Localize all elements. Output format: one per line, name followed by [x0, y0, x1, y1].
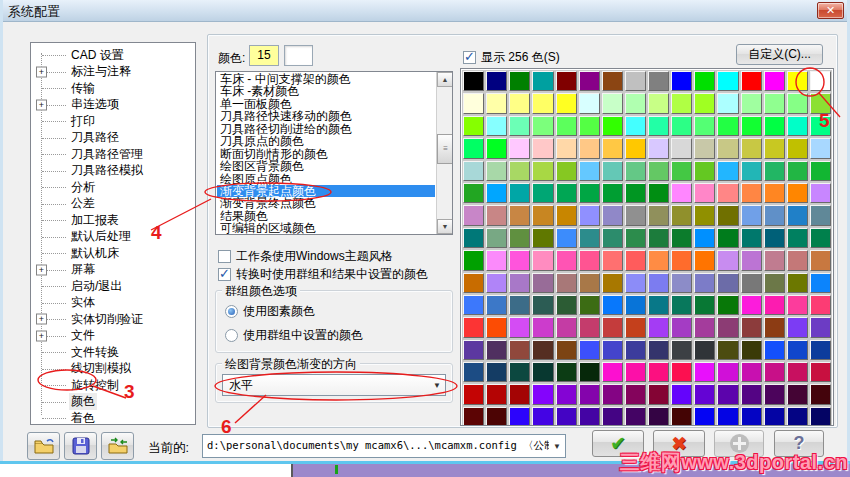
- palette-color-cell[interactable]: [579, 407, 600, 426]
- use-entity-color-option[interactable]: 使用图素颜色: [225, 303, 315, 320]
- palette-color-cell[interactable]: [671, 93, 692, 113]
- palette-color-cell[interactable]: [556, 228, 577, 248]
- palette-color-cell[interactable]: [532, 161, 553, 181]
- customize-button[interactable]: 自定义(C)...: [736, 44, 823, 65]
- palette-color-cell[interactable]: [486, 362, 507, 382]
- palette-color-cell[interactable]: [532, 93, 553, 113]
- palette-color-cell[interactable]: [486, 317, 507, 337]
- palette-color-cell[interactable]: [486, 228, 507, 248]
- scroll-down-icon[interactable]: ▼: [437, 219, 453, 234]
- palette-color-cell[interactable]: [625, 205, 646, 225]
- palette-color-cell[interactable]: [486, 205, 507, 225]
- palette-color-cell[interactable]: [625, 250, 646, 270]
- palette-color-cell[interactable]: [602, 317, 623, 337]
- palette-color-cell[interactable]: [509, 250, 530, 270]
- palette-color-cell[interactable]: [671, 273, 692, 293]
- palette-color-cell[interactable]: [717, 250, 738, 270]
- palette-color-cell[interactable]: [602, 138, 623, 158]
- palette-color-cell[interactable]: [463, 161, 484, 181]
- palette-color-cell[interactable]: [694, 407, 715, 426]
- palette-color-cell[interactable]: [741, 295, 762, 315]
- palette-color-cell[interactable]: [556, 183, 577, 203]
- palette-color-cell[interactable]: [486, 93, 507, 113]
- palette-color-cell[interactable]: [532, 71, 553, 91]
- palette-color-cell[interactable]: [764, 273, 785, 293]
- palette-color-cell[interactable]: [602, 384, 623, 404]
- palette-color-cell[interactable]: [625, 71, 646, 91]
- palette-color-cell[interactable]: [509, 161, 530, 181]
- palette-color-cell[interactable]: [602, 71, 623, 91]
- palette-color-cell[interactable]: [625, 116, 646, 136]
- palette-color-cell[interactable]: [787, 295, 808, 315]
- palette-color-cell[interactable]: [810, 407, 831, 426]
- palette-color-cell[interactable]: [648, 116, 669, 136]
- palette-color-cell[interactable]: [764, 362, 785, 382]
- palette-color-cell[interactable]: [694, 250, 715, 270]
- palette-color-cell[interactable]: [486, 71, 507, 91]
- palette-color-cell[interactable]: [579, 362, 600, 382]
- palette-color-cell[interactable]: [532, 340, 553, 360]
- palette-color-cell[interactable]: [787, 205, 808, 225]
- list-scrollbar[interactable]: ▲ ≡ ▼: [436, 72, 452, 234]
- palette-color-cell[interactable]: [764, 228, 785, 248]
- tree-item[interactable]: 刀具路径管理: [31, 146, 195, 163]
- palette-color-cell[interactable]: [648, 161, 669, 181]
- palette-color-cell[interactable]: [741, 273, 762, 293]
- palette-color-cell[interactable]: [717, 407, 738, 426]
- palette-color-cell[interactable]: [556, 71, 577, 91]
- palette-color-cell[interactable]: [463, 384, 484, 404]
- palette-color-cell[interactable]: [717, 384, 738, 404]
- palette-color-cell[interactable]: [741, 138, 762, 158]
- palette-color-cell[interactable]: [509, 340, 530, 360]
- scroll-up-icon[interactable]: ▲: [437, 72, 453, 87]
- list-item[interactable]: 刀具原点的颜色: [217, 135, 435, 147]
- palette-color-cell[interactable]: [717, 116, 738, 136]
- palette-color-cell[interactable]: [787, 250, 808, 270]
- palette-color-cell[interactable]: [741, 317, 762, 337]
- palette-color-cell[interactable]: [694, 138, 715, 158]
- palette-color-cell[interactable]: [717, 93, 738, 113]
- palette-color-cell[interactable]: [648, 71, 669, 91]
- convert-colors-checkbox[interactable]: [218, 268, 231, 281]
- palette-color-cell[interactable]: [532, 407, 553, 426]
- palette-color-cell[interactable]: [648, 362, 669, 382]
- palette-color-cell[interactable]: [486, 250, 507, 270]
- palette-color-cell[interactable]: [648, 317, 669, 337]
- palette-color-cell[interactable]: [717, 295, 738, 315]
- palette-color-cell[interactable]: [810, 250, 831, 270]
- palette-color-cell[interactable]: [486, 384, 507, 404]
- palette-color-cell[interactable]: [463, 273, 484, 293]
- tree-item[interactable]: 着色: [31, 410, 195, 425]
- palette-color-cell[interactable]: [741, 71, 762, 91]
- palette-color-cell[interactable]: [486, 183, 507, 203]
- palette-color-cell[interactable]: [579, 340, 600, 360]
- palette-color-cell[interactable]: [509, 317, 530, 337]
- palette-color-cell[interactable]: [556, 340, 577, 360]
- palette-color-cell[interactable]: [463, 295, 484, 315]
- palette-color-cell[interactable]: [532, 183, 553, 203]
- palette-color-cell[interactable]: [556, 138, 577, 158]
- palette-color-cell[interactable]: [648, 228, 669, 248]
- palette-color-cell[interactable]: [579, 295, 600, 315]
- palette-color-cell[interactable]: [810, 384, 831, 404]
- palette-color-cell[interactable]: [741, 161, 762, 181]
- palette-color-cell[interactable]: [694, 205, 715, 225]
- ok-button[interactable]: ✔: [592, 430, 644, 457]
- palette-color-cell[interactable]: [532, 273, 553, 293]
- palette-color-cell[interactable]: [625, 384, 646, 404]
- palette-color-cell[interactable]: [602, 205, 623, 225]
- cancel-button[interactable]: ✖: [653, 430, 705, 457]
- palette-color-cell[interactable]: [556, 362, 577, 382]
- palette-color-cell[interactable]: [463, 317, 484, 337]
- palette-color-cell[interactable]: [810, 295, 831, 315]
- palette-color-cell[interactable]: [810, 228, 831, 248]
- palette-color-cell[interactable]: [671, 183, 692, 203]
- palette-color-cell[interactable]: [509, 384, 530, 404]
- palette-color-cell[interactable]: [764, 340, 785, 360]
- palette-color-cell[interactable]: [671, 138, 692, 158]
- palette-color-cell[interactable]: [556, 384, 577, 404]
- palette-color-cell[interactable]: [787, 317, 808, 337]
- palette-color-cell[interactable]: [509, 116, 530, 136]
- palette-color-cell[interactable]: [671, 295, 692, 315]
- palette-color-cell[interactable]: [764, 317, 785, 337]
